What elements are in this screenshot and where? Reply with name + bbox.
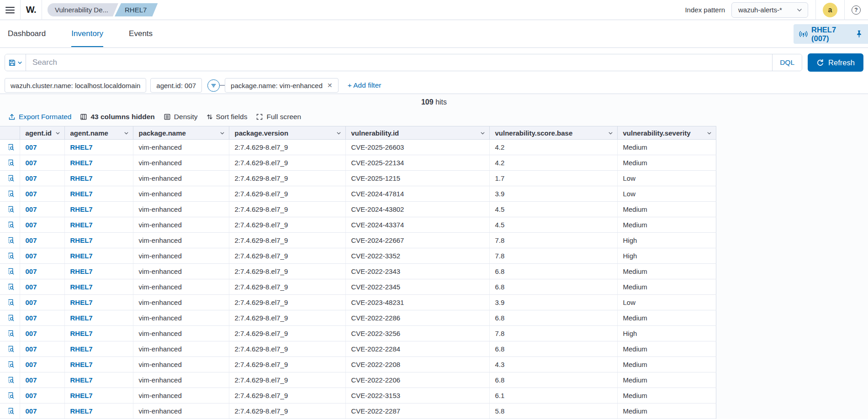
agent-id-cell[interactable]: 007: [26, 345, 37, 353]
agent-id-cell[interactable]: 007: [26, 252, 37, 260]
agent-id-cell[interactable]: 007: [26, 174, 37, 182]
inspect-icon[interactable]: [7, 220, 15, 230]
menu-icon[interactable]: [0, 0, 20, 20]
vulnerability-severity-cell: Medium: [623, 283, 647, 291]
search-input[interactable]: [26, 54, 772, 71]
filter-pill-package-name[interactable]: package.name: vim-enhanced ✕: [225, 78, 339, 93]
agent-name-cell[interactable]: RHEL7: [70, 283, 93, 291]
breadcrumb-vulnerability-detection[interactable]: Vulnerability De...: [48, 3, 118, 16]
agent-id-cell[interactable]: 007: [26, 299, 37, 306]
export-formatted-button[interactable]: Export Formated: [8, 113, 71, 121]
package-version-cell: 2:7.4.629-8.el7_9: [235, 143, 288, 151]
agent-name-cell[interactable]: RHEL7: [70, 252, 93, 260]
inspect-icon[interactable]: [7, 282, 15, 292]
tab-dashboard[interactable]: Dashboard: [8, 20, 46, 48]
tab-events[interactable]: Events: [129, 20, 153, 48]
column-header-agent-name[interactable]: agent.name: [64, 126, 133, 140]
agent-name-cell[interactable]: RHEL7: [70, 392, 93, 399]
agent-id-cell[interactable]: 007: [26, 143, 37, 151]
refresh-button[interactable]: Refresh: [808, 53, 863, 72]
grid-toolbar: Export Formated 43 columns hidden Densit…: [0, 106, 868, 123]
agent-id-cell[interactable]: 007: [26, 330, 37, 337]
column-header-vulnerability-severity[interactable]: vulnerability.severity: [617, 126, 716, 140]
saved-queries-button[interactable]: [5, 54, 26, 71]
agent-name-cell[interactable]: RHEL7: [70, 174, 93, 182]
breadcrumb-agent-rhel7[interactable]: RHEL7: [115, 3, 158, 16]
agent-id-cell[interactable]: 007: [26, 376, 37, 384]
agent-id-cell[interactable]: 007: [26, 361, 37, 368]
filter-pill-cluster[interactable]: wazuh.cluster.name: localhost.localdomai…: [5, 78, 146, 93]
agent-name-cell[interactable]: RHEL7: [70, 361, 93, 368]
agent-id-cell[interactable]: 007: [26, 267, 37, 275]
inspect-icon[interactable]: [7, 375, 15, 385]
inspect-icon[interactable]: [7, 406, 15, 416]
column-header-agent-id[interactable]: agent.id: [20, 126, 64, 140]
agent-id-cell[interactable]: 007: [26, 314, 37, 322]
filter-pill-agent-id[interactable]: agent.id: 007: [150, 78, 202, 93]
inspect-icon[interactable]: [7, 360, 15, 370]
wazuh-logo[interactable]: W.: [21, 5, 42, 15]
agent-id-cell[interactable]: 007: [26, 190, 37, 198]
inspect-icon[interactable]: [7, 391, 15, 401]
avatar[interactable]: a: [823, 3, 837, 17]
inspect-icon[interactable]: [7, 142, 15, 152]
inspect-icon[interactable]: [7, 329, 15, 339]
agent-name-cell[interactable]: RHEL7: [70, 299, 93, 306]
agent-name-cell[interactable]: RHEL7: [70, 190, 93, 198]
sort-icon: [206, 113, 213, 120]
inspect-icon[interactable]: [7, 158, 15, 168]
agent-name-cell[interactable]: RHEL7: [70, 236, 93, 244]
sort-fields-button[interactable]: Sort fields: [206, 113, 248, 121]
inspect-icon[interactable]: [7, 344, 15, 354]
agent-id-cell[interactable]: 007: [26, 236, 37, 244]
column-header-package-name[interactable]: package.name: [133, 126, 229, 140]
inspect-icon[interactable]: [7, 251, 15, 261]
search-bar-row: DQL Refresh: [5, 53, 863, 72]
agent-name-cell[interactable]: RHEL7: [70, 143, 93, 151]
agent-name-cell[interactable]: RHEL7: [70, 345, 93, 353]
pin-icon[interactable]: [856, 30, 863, 38]
pinned-agent-pill[interactable]: RHEL7 (007): [794, 24, 868, 44]
full-screen-button[interactable]: Full screen: [256, 113, 301, 121]
inspect-icon[interactable]: [7, 236, 15, 246]
inspect-icon[interactable]: [7, 267, 15, 277]
agent-name-cell[interactable]: RHEL7: [70, 267, 93, 275]
package-version-cell: 2:7.4.629-8.el7_9: [235, 236, 288, 244]
agent-id-cell[interactable]: 007: [26, 221, 37, 229]
columns-hidden-button[interactable]: 43 columns hidden: [80, 113, 154, 121]
inspect-icon[interactable]: [7, 173, 15, 183]
inspect-icon[interactable]: [7, 313, 15, 323]
table-row: 007 RHEL7 vim-enhanced 2:7.4.629-8.el7_9…: [0, 279, 716, 295]
close-icon[interactable]: ✕: [327, 82, 333, 89]
agent-name-cell[interactable]: RHEL7: [70, 159, 93, 167]
agent-name-cell[interactable]: RHEL7: [70, 221, 93, 229]
agent-id-cell[interactable]: 007: [26, 392, 37, 399]
inspect-icon[interactable]: [7, 298, 15, 308]
index-pattern-select[interactable]: wazuh-alerts-*: [731, 2, 808, 18]
package-name-cell: vim-enhanced: [139, 345, 182, 353]
agent-name-cell[interactable]: RHEL7: [70, 205, 93, 213]
agent-id-cell[interactable]: 007: [26, 159, 37, 167]
agent-name-cell[interactable]: RHEL7: [70, 314, 93, 322]
inspect-icon[interactable]: [7, 189, 15, 199]
agent-id-cell[interactable]: 007: [26, 283, 37, 291]
table-row: 007 RHEL7 vim-enhanced 2:7.4.629-8.el7_9…: [0, 155, 716, 171]
inspect-icon[interactable]: [7, 204, 15, 215]
agent-id-cell[interactable]: 007: [26, 407, 37, 415]
agent-name-cell[interactable]: RHEL7: [70, 407, 93, 415]
query-language-button[interactable]: DQL: [772, 54, 802, 71]
column-header-vulnerability-id[interactable]: vulnerability.id: [345, 126, 489, 140]
filter-connector: [220, 85, 225, 86]
help-icon[interactable]: ?: [852, 5, 861, 15]
column-header-vulnerability-score-base[interactable]: vulnerability.score.base: [489, 126, 617, 140]
density-button[interactable]: Density: [164, 113, 198, 121]
column-header-package-version[interactable]: package.version: [229, 126, 345, 140]
filter-group-icon[interactable]: [207, 79, 220, 92]
agent-name-cell[interactable]: RHEL7: [70, 376, 93, 384]
tab-inventory[interactable]: Inventory: [71, 20, 103, 48]
agent-id-cell[interactable]: 007: [26, 205, 37, 213]
vulnerability-score-cell: 6.8: [495, 267, 505, 275]
agent-name-cell[interactable]: RHEL7: [70, 330, 93, 337]
vulnerabilities-table: agent.idagent.namepackage.namepackage.ve…: [0, 126, 716, 419]
add-filter-button[interactable]: + Add filter: [348, 81, 381, 89]
